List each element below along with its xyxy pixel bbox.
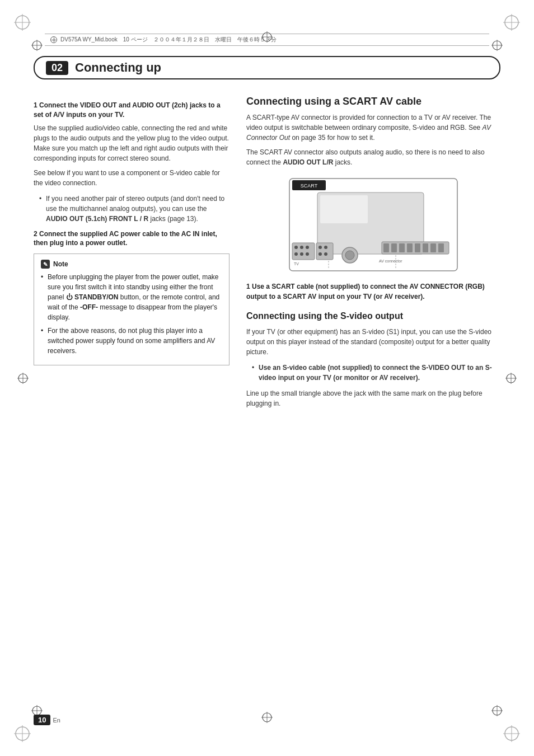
svg-rect-53 [407,243,413,252]
svg-point-40 [300,252,303,256]
svg-rect-54 [415,243,420,252]
svg-text:SCART: SCART [301,183,318,189]
section2-body: If your TV (or other equipment) has an S… [246,327,500,357]
svg-point-45 [318,252,322,256]
svg-point-39 [294,252,298,256]
svg-rect-51 [391,243,397,252]
svg-rect-56 [430,243,436,252]
note-items: Before unplugging the player from the po… [41,272,222,356]
step1-bullet-item: If you need another pair of stereo outpu… [39,194,229,224]
note-label: Note [53,260,68,268]
svg-point-48 [345,251,354,260]
right-column: Connecting using a SCART AV cable A SCAR… [246,90,500,700]
inner-corner-tl [31,39,43,51]
svg-rect-35 [292,243,315,260]
svg-point-41 [306,252,309,256]
svg-rect-50 [383,243,389,252]
svg-text:TV: TV [294,262,299,266]
section1-title: Connecting using a SCART AV cable [246,95,500,108]
corner-mark-tl [11,11,34,34]
left-column: 1 Connect the VIDEO OUT and AUDIO OUT (2… [34,90,229,700]
step1-body1: Use the supplied audio/video cable, conn… [34,123,229,163]
corner-mark-tr [500,11,523,34]
step2-heading: 2 Connect the supplied AC power cable to… [34,229,229,248]
note-item-2: For the above reasons, do not plug this … [41,326,222,356]
svg-point-36 [294,246,298,249]
section1-body1: A SCART-type AV connector is provided fo… [246,112,500,143]
svg-point-44 [324,246,327,249]
svg-rect-57 [438,243,444,252]
side-crosshair-right [505,372,517,384]
side-crosshair-left [17,372,29,384]
meta-crosshair [50,36,57,43]
step1-bullets: If you need another pair of stereo outpu… [34,194,229,224]
note-box: ✎ Note Before unplugging the player from… [34,253,229,365]
page-number: 10 [34,715,50,725]
chapter-number: 02 [46,61,68,75]
svg-rect-34 [320,195,368,223]
svg-point-43 [318,246,322,249]
scart-illustration: SCART [246,174,500,275]
chapter-header: 02 Connecting up [34,56,500,79]
top-center-crosshair [261,31,273,45]
section1-body2: The SCART AV connector also outputs anal… [246,147,500,167]
section2-body2-wrapper: Line up the small triangle above the jac… [246,388,500,408]
meta-text: DV575A WY_Mid.book 10 ページ ２００４年１月２８日 水曜日… [60,36,277,44]
note-item-1: Before unplugging the player from the po… [41,272,222,322]
main-content: 1 Connect the VIDEO OUT and AUDIO OUT (2… [34,90,500,700]
svg-point-37 [300,246,303,249]
corner-mark-bl [11,722,34,745]
page-footer: 10 En [34,715,60,725]
section2-bullet-item: Use an S-video cable (not supplied) to c… [252,363,500,383]
note-icon: ✎ [41,260,50,269]
inner-corner-tr [491,39,503,51]
svg-point-46 [324,252,327,256]
svg-point-38 [306,246,309,249]
step1-body2: See below if you want to use a component… [34,168,229,188]
section2-body2: Line up the small triangle above the jac… [246,388,500,408]
inner-corner-br [491,705,503,717]
step1-body: Use the supplied audio/video cable, conn… [34,123,229,188]
svg-rect-52 [399,243,405,252]
svg-rect-55 [423,243,428,252]
section2-title: Connecting using the S-video output [246,311,500,322]
bottom-center-crosshair [261,711,273,725]
corner-mark-br [500,722,523,745]
chapter-title: Connecting up [75,60,161,75]
svg-rect-42 [316,243,333,260]
svg-text:AV connector: AV connector [379,259,402,263]
step1-caption: 1 Use a SCART cable (not supplied) to co… [246,281,500,302]
step1-heading: 1 Connect the VIDEO OUT and AUDIO OUT (2… [34,101,229,120]
page-lang: En [53,717,60,724]
section2-body1: If your TV (or other equipment) has an S… [246,327,500,357]
section1-body: A SCART-type AV connector is provided fo… [246,112,500,167]
section2-bullets: Use an S-video cable (not supplied) to c… [246,363,500,383]
note-heading: ✎ Note [41,260,222,269]
section2-bullet-heading: Use an S-video cable (not supplied) to c… [259,364,492,382]
